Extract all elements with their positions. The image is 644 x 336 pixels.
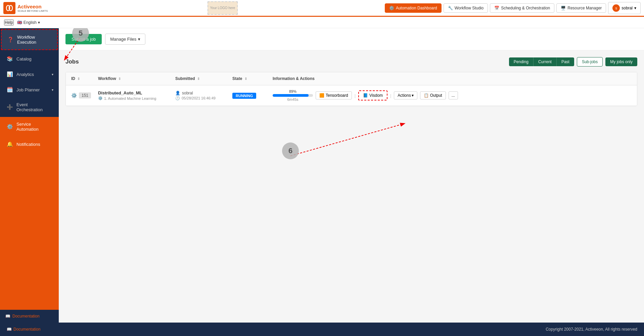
visdom-label: Visdom	[369, 93, 383, 98]
job-planner-chevron-icon: ▾	[52, 88, 53, 92]
tensorboard-icon: 🟧	[319, 93, 324, 98]
progress-bar-bg	[273, 94, 313, 97]
workflow-studio-label: Workflow Studio	[455, 6, 484, 10]
actions-dropdown[interactable]: Actions ▾	[394, 91, 417, 99]
visdom-btn[interactable]: 📘 Visdom	[360, 92, 386, 99]
main-layout: ❓ Workflow Execution 📚 Catalog 📊 Analyti…	[0, 28, 644, 323]
service-separator: |	[355, 93, 356, 98]
nav-buttons: ⚙️ Automation Dashboard 🔧 Workflow Studi…	[385, 2, 641, 14]
sidebar: ❓ Workflow Execution 📚 Catalog 📊 Analyti…	[0, 28, 59, 323]
manage-files-btn[interactable]: Manage Files ▾	[105, 34, 145, 45]
jobs-table: ID ⇕ Workflow ⇕ Submitted ⇕ State	[65, 72, 637, 106]
job-planner-icon: 🗓️	[6, 87, 13, 93]
workflow-name: Distributed_Auto_ML	[98, 90, 175, 95]
resource-manager-icon: 🖥️	[561, 6, 566, 10]
user-chevron-icon: ▾	[634, 6, 636, 10]
workflow-sub: ⚙️ 1. Automated Machine Learning	[98, 96, 175, 100]
flag-icon: 🇬🇧	[17, 20, 22, 25]
automation-dashboard-label: Automation Dashboard	[396, 6, 437, 10]
job-submitted-cell: 👤 sobral 🕐 05/28/2021 16:46:49	[175, 91, 232, 100]
sidebar-item-label-workflow-execution: Workflow Execution	[17, 35, 52, 45]
more-btn[interactable]: ...	[449, 91, 458, 99]
col-header-id: ID ⇕	[71, 76, 98, 81]
sidebar-item-notifications[interactable]: 🔔 Notifications	[0, 136, 59, 152]
sidebar-bottom: 📖 Documentation	[0, 310, 59, 323]
sidebar-orange-section: ⚙️ Service Automation 🔔 Notifications	[0, 117, 59, 310]
visdom-icon: 📘	[363, 93, 368, 98]
logo-area: Activeeon SCALE BEYOND LIMITS	[3, 2, 60, 14]
footer-documentation-link[interactable]: 📖 Documentation	[7, 327, 41, 332]
sidebar-item-job-planner[interactable]: 🗓️ Job Planner ▾	[0, 82, 59, 97]
notifications-icon: 🔔	[6, 141, 13, 147]
action-bar: Submit a job Manage Files ▾	[59, 28, 644, 50]
event-orchestration-icon: ➕	[6, 104, 13, 110]
scheduling-btn[interactable]: 📅 Scheduling & Orchestration	[490, 3, 554, 13]
progress-label: 89%	[273, 89, 313, 93]
job-id-cell: ⚙️ 151	[71, 92, 98, 98]
sidebar-item-service-automation[interactable]: ⚙️ Service Automation	[0, 117, 59, 136]
nav-center: Your LOGO here	[60, 1, 385, 15]
output-btn[interactable]: 📋 Output	[420, 91, 446, 99]
col-header-state: State ⇕	[232, 76, 273, 81]
col-header-workflow: Workflow ⇕	[98, 76, 175, 81]
help-btn[interactable]: Help	[4, 19, 14, 26]
sidebar-item-event-orchestration[interactable]: ➕ Event Orchestration	[0, 97, 59, 117]
footer-copyright: Copyright 2007-2021, Activeeon, All righ…	[546, 327, 637, 332]
sidebar-item-analytics[interactable]: 📊 Analytics ▾	[0, 67, 59, 82]
id-sort-icon: ⇕	[77, 77, 80, 81]
job-id-badge: 151	[79, 92, 91, 98]
sidebar-item-label-catalog: Catalog	[16, 56, 53, 61]
second-bar: Help 🇬🇧 English ▾	[0, 17, 644, 28]
documentation-label: Documentation	[12, 314, 40, 319]
scheduling-icon: 📅	[494, 6, 499, 10]
catalog-icon: 📚	[6, 56, 13, 62]
sidebar-item-label-analytics: Analytics	[16, 72, 48, 77]
user-icon: 👤	[175, 91, 180, 95]
filter-pending-btn[interactable]: Pending	[509, 57, 534, 66]
subjobs-btn[interactable]: Sub-jobs	[577, 57, 603, 67]
filter-current-btn[interactable]: Current	[534, 57, 557, 66]
sidebar-item-workflow-execution[interactable]: ❓ Workflow Execution	[1, 29, 58, 50]
submitted-sort-icon: ⇕	[197, 77, 200, 81]
gear-sub-icon: ⚙️	[71, 93, 77, 98]
scheduling-label: Scheduling & Orchestration	[501, 6, 550, 10]
submitted-user: 👤 sobral	[175, 91, 232, 95]
lang-label: English	[24, 20, 37, 25]
workflow-studio-btn[interactable]: 🔧 Workflow Studio	[444, 3, 488, 13]
logo-placeholder: Your LOGO here	[208, 1, 238, 15]
tensorboard-btn[interactable]: 🟧 Tensorboard	[316, 91, 352, 99]
output-label: Output	[430, 93, 442, 98]
sidebar-item-label-service-automation: Service Automation	[16, 122, 53, 132]
top-nav: Activeeon SCALE BEYOND LIMITS Your LOGO …	[0, 0, 644, 17]
documentation-link[interactable]: 📖 Documentation	[5, 314, 53, 319]
automation-dashboard-icon: ⚙️	[389, 6, 394, 10]
user-menu-btn[interactable]: s sobral ▾	[608, 2, 641, 14]
clock-icon: 🕐	[175, 96, 180, 100]
table-header-row: ID ⇕ Workflow ⇕ Submitted ⇕ State	[66, 72, 637, 85]
job-state-cell: RUNNING	[232, 93, 273, 98]
jobs-filters: Pending Current Past Sub-jobs My jobs on…	[509, 57, 637, 67]
progress-time: 6m45s	[273, 97, 313, 101]
workflow-studio-icon: 🔧	[448, 6, 453, 10]
service-separator2: |	[390, 93, 391, 98]
tensorboard-label: Tensorboard	[326, 93, 348, 98]
lang-chevron-icon: ▾	[38, 20, 40, 25]
jobs-header: Jobs Pending Current Past Sub-jobs My jo…	[65, 57, 637, 67]
content-area: Submit a job Manage Files ▾ Jobs Pending…	[59, 28, 644, 323]
filter-group: Pending Current Past	[509, 57, 574, 66]
progress-bar-container: 89% 6m45s	[273, 89, 313, 101]
myjobs-btn[interactable]: My jobs only	[605, 57, 637, 66]
filter-past-btn[interactable]: Past	[557, 57, 574, 66]
progress-bar-fill	[273, 94, 309, 97]
actions-label: Actions	[398, 93, 411, 98]
submitted-date: 🕐 05/28/2021 16:46:49	[175, 96, 232, 100]
service-automation-icon: ⚙️	[6, 124, 13, 130]
user-name: sobral	[622, 6, 633, 10]
logo-text: Activeeon SCALE BEYOND LIMITS	[17, 4, 48, 12]
output-icon: 📋	[424, 93, 429, 98]
sidebar-item-catalog[interactable]: 📚 Catalog	[0, 51, 59, 67]
automation-dashboard-btn[interactable]: ⚙️ Automation Dashboard	[385, 3, 442, 13]
resource-manager-btn[interactable]: 🖥️ Resource Manager	[556, 3, 606, 13]
lang-btn[interactable]: 🇬🇧 English ▾	[17, 20, 40, 25]
footer-book-icon: 📖	[7, 327, 12, 332]
